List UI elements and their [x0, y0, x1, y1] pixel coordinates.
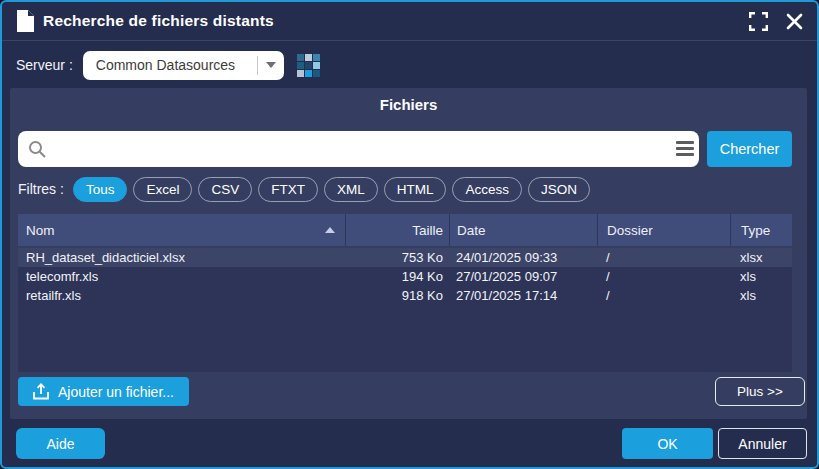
cell-name: RH_dataset_didacticiel.xlsx: [18, 250, 345, 265]
help-button[interactable]: Aide: [16, 428, 105, 459]
cell-name: retailfr.xls: [18, 288, 345, 303]
more-button[interactable]: Plus >>: [715, 377, 805, 406]
cell-size: 918 Ko: [345, 288, 449, 303]
cell-date: 24/01/2025 09:33: [449, 250, 597, 265]
cell-name: telecomfr.xls: [18, 269, 345, 284]
filter-chip-json[interactable]: JSON: [528, 177, 590, 202]
ok-button[interactable]: OK: [622, 428, 713, 459]
column-header-dossier[interactable]: Dossier: [597, 214, 730, 246]
upload-icon: [33, 383, 49, 400]
cell-size: 753 Ko: [345, 250, 449, 265]
server-label: Serveur :: [16, 57, 73, 73]
add-file-label: Ajouter un fichier...: [58, 384, 174, 400]
chevron-down-icon: [257, 56, 284, 75]
datasource-grid-icon[interactable]: [297, 54, 320, 77]
cancel-button[interactable]: Annuler: [718, 428, 807, 459]
filter-chip-ftxt[interactable]: FTXT: [258, 177, 318, 202]
column-header-nom[interactable]: Nom: [18, 214, 345, 246]
column-header-type[interactable]: Type: [730, 214, 792, 246]
maximize-button[interactable]: [749, 12, 768, 31]
files-panel: Fichiers Chercher Filtres : Tous Excel C…: [10, 88, 807, 419]
add-file-button[interactable]: Ajouter un fichier...: [18, 377, 189, 406]
filter-chip-excel[interactable]: Excel: [133, 177, 192, 202]
filter-chip-access[interactable]: Access: [452, 177, 522, 202]
remote-file-search-dialog: Recherche de fichiers distants Serveur :…: [0, 0, 819, 469]
server-selected-value: Common Datasources: [83, 57, 257, 73]
filter-chip-html[interactable]: HTML: [384, 177, 447, 202]
cell-date: 27/01/2025 17:14: [449, 288, 597, 303]
server-row: Serveur : Common Datasources: [16, 50, 320, 80]
sort-ascending-icon: [325, 227, 335, 233]
filter-chip-csv[interactable]: CSV: [198, 177, 252, 202]
search-options-menu-icon[interactable]: [676, 141, 694, 156]
cell-folder: /: [597, 288, 730, 303]
table-row[interactable]: RH_dataset_didacticiel.xlsx 753 Ko 24/01…: [18, 248, 792, 267]
filters-row: Filtres : Tous Excel CSV FTXT XML HTML A…: [18, 176, 596, 202]
table-body: RH_dataset_didacticiel.xlsx 753 Ko 24/01…: [18, 248, 792, 372]
column-header-taille[interactable]: Taille: [345, 214, 449, 246]
table-row[interactable]: telecomfr.xls 194 Ko 27/01/2025 09:07 / …: [18, 267, 792, 286]
cell-type: xls: [730, 288, 792, 303]
filter-chip-xml[interactable]: XML: [324, 177, 378, 202]
cell-type: xlsx: [730, 250, 792, 265]
cell-folder: /: [597, 250, 730, 265]
cell-size: 194 Ko: [345, 269, 449, 284]
cell-date: 27/01/2025 09:07: [449, 269, 597, 284]
cell-folder: /: [597, 269, 730, 284]
search-input[interactable]: [18, 131, 699, 167]
panel-title: Fichiers: [10, 88, 807, 122]
title-bar: Recherche de fichiers distants: [2, 2, 817, 41]
search-button[interactable]: Chercher: [707, 131, 792, 167]
column-header-date[interactable]: Date: [449, 214, 597, 246]
filter-chip-tous[interactable]: Tous: [73, 177, 128, 202]
filters-label: Filtres :: [18, 181, 64, 197]
dialog-title: Recherche de fichiers distants: [43, 12, 274, 30]
document-icon: [16, 10, 34, 32]
close-icon[interactable]: [786, 13, 803, 30]
column-label: Nom: [26, 223, 55, 238]
cell-type: xls: [730, 269, 792, 284]
files-table: Nom Taille Date Dossier Type RH_dataset_…: [18, 214, 792, 372]
table-row[interactable]: retailfr.xls 918 Ko 27/01/2025 17:14 / x…: [18, 286, 792, 305]
table-header: Nom Taille Date Dossier Type: [18, 214, 792, 246]
server-select[interactable]: Common Datasources: [83, 51, 284, 80]
